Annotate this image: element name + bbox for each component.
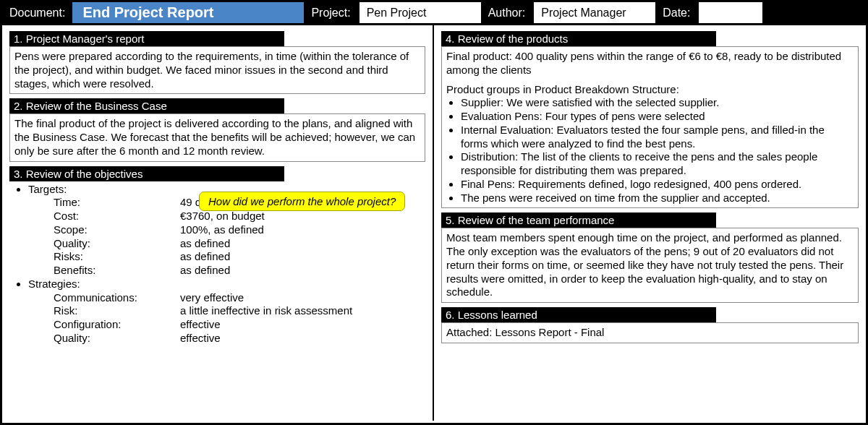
section-heading: 4. Review of the products — [441, 31, 716, 46]
list-item: Cost:€3760, on budget — [54, 210, 421, 223]
list-item: Evaluation Pens: Four types of pens were… — [461, 110, 854, 124]
list-item: Internal Evaluation: Evaluators tested t… — [461, 124, 854, 151]
project-value: Pen Project — [358, 2, 481, 23]
list-item: Communications:very effective — [54, 291, 421, 305]
list-item: Quality:effective — [54, 332, 421, 345]
section-heading: 2. Review of the Business Case — [9, 98, 284, 113]
list-item: Distribution: The list of the clients to… — [461, 150, 854, 178]
section-heading: 6. Lessons learned — [441, 307, 716, 322]
doc-label: Document: — [2, 2, 72, 23]
author-label: Author: — [481, 2, 533, 23]
section-body: Final product: 400 quality pens within t… — [441, 46, 859, 208]
products-list: Supplier: We were satisfied with the sel… — [446, 96, 854, 205]
list-item: Benefits:as defined — [54, 264, 421, 278]
strategies-list: Communications:very effectiveRisk:a litt… — [14, 291, 421, 345]
date-value — [697, 2, 762, 23]
section-heading: 3. Review of the objectives — [9, 166, 284, 181]
author-value: Project Manager — [532, 2, 655, 23]
list-item: Risk:a little ineffective in risk assess… — [54, 304, 421, 318]
list-item: Supplier: We were satisfied with the sel… — [461, 96, 854, 110]
section-body: Most team members spent enough time on t… — [441, 228, 859, 303]
section-team-performance: 5. Review of the team performance Most t… — [441, 212, 859, 303]
doc-title: End Project Report — [72, 2, 304, 23]
strategies-label: Strategies: — [28, 278, 421, 291]
list-item: Risks:as defined — [54, 250, 421, 264]
section-body: The final product of the project is deli… — [9, 113, 425, 161]
section-body: Attached: Lessons Report - Final — [441, 322, 859, 343]
section-body: Pens were prepared according to the requ… — [9, 46, 425, 94]
callout-note: How did we perform the whole project? — [199, 192, 405, 211]
left-column: 1. Project Manager's report Pens were pr… — [2, 25, 434, 421]
list-item: Scope:100%, as defined — [54, 223, 421, 237]
section-heading: 1. Project Manager's report — [9, 31, 284, 46]
section-pm-report: 1. Project Manager's report Pens were pr… — [9, 31, 425, 94]
list-item: Final Pens: Requirements defined, logo r… — [461, 178, 854, 192]
right-column: 4. Review of the products Final product:… — [434, 25, 866, 421]
list-item: Quality:as defined — [54, 237, 421, 251]
section-business-case: 2. Review of the Business Case The final… — [9, 98, 425, 161]
section-heading: 5. Review of the team performance — [441, 212, 716, 228]
products-intro: Final product: 400 quality pens within t… — [446, 50, 854, 77]
products-groups-label: Product groups in Product Breakdown Stru… — [446, 83, 854, 97]
date-label: Date: — [655, 2, 697, 23]
project-label: Project: — [304, 2, 357, 23]
section-lessons: 6. Lessons learned Attached: Lessons Rep… — [441, 307, 859, 343]
list-item: Configuration:effective — [54, 318, 421, 332]
list-item: The pens were received on time from the … — [461, 192, 854, 205]
document-header: Document: End Project Report Project: Pe… — [2, 2, 866, 25]
section-products: 4. Review of the products Final product:… — [441, 31, 859, 208]
